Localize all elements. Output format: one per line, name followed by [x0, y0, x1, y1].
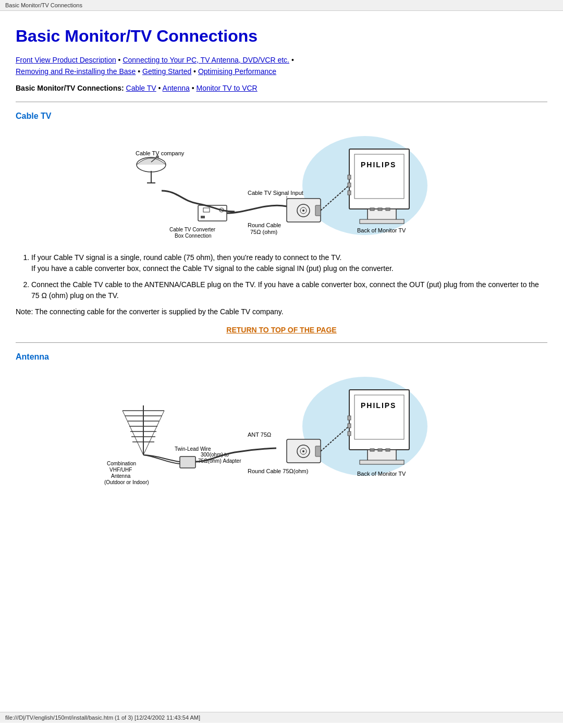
footer-text: file:///D|/TV/english/150mt/install/basi…	[5, 714, 200, 721]
cable-tv-note: Note: The connecting cable for the conve…	[16, 306, 547, 317]
section-nav-antenna[interactable]: Antenna	[163, 84, 190, 92]
footer: file:///D|/TV/english/150mt/install/basi…	[0, 712, 563, 723]
svg-rect-28	[370, 208, 374, 211]
svg-rect-27	[348, 191, 351, 195]
browser-title: Basic Monitor/TV Connections	[5, 2, 82, 8]
svg-rect-26	[348, 183, 351, 187]
svg-text:PHILIPS: PHILIPS	[361, 401, 396, 410]
antenna-diagram: Combination VHF/UHF Antenna (Outdoor or …	[16, 369, 547, 489]
browser-title-bar: Basic Monitor/TV Connections	[0, 0, 563, 11]
svg-text:Round Cable 75Ω(ohm): Round Cable 75Ω(ohm)	[248, 468, 308, 474]
svg-rect-67	[370, 449, 374, 451]
cable-tv-title: Cable TV	[16, 112, 547, 121]
nav-link-removing[interactable]: Removing and Re-installing the Base	[16, 67, 136, 76]
instruction-2: Connect the Cable TV cable to the ANTENN…	[31, 279, 547, 301]
svg-rect-58	[315, 446, 321, 456]
svg-text:Back of  Monitor TV: Back of Monitor TV	[357, 471, 406, 477]
return-link[interactable]: RETURN TO TOP OF THE PAGE	[226, 326, 336, 334]
svg-text:Antenna: Antenna	[111, 473, 131, 479]
antenna-section: Antenna Combinatio	[16, 352, 547, 489]
antenna-svg: Combination VHF/UHF Antenna (Outdoor or …	[94, 369, 469, 489]
nav-link-optimising[interactable]: Optimising Performance	[198, 67, 276, 76]
svg-text:(Outdoor or Indoor): (Outdoor or Indoor)	[104, 479, 149, 485]
svg-rect-16	[315, 205, 321, 216]
svg-rect-29	[378, 208, 382, 211]
cable-tv-section: Cable TV Cable TV c	[16, 112, 547, 334]
svg-rect-68	[378, 449, 382, 451]
svg-text:PHILIPS: PHILIPS	[361, 161, 396, 169]
svg-rect-7	[203, 208, 210, 212]
svg-rect-69	[386, 449, 390, 451]
svg-text:Cable TV Converter: Cable TV Converter	[169, 227, 216, 232]
svg-text:75Ω (ohm): 75Ω (ohm)	[250, 229, 277, 235]
cable-company-label: Cable TV company	[136, 150, 185, 156]
nav-link-getting-started[interactable]: Getting Started	[142, 67, 191, 76]
svg-text:Back of  Monitor TV: Back of Monitor TV	[357, 227, 406, 233]
divider-1	[16, 102, 547, 102]
svg-rect-30	[386, 208, 390, 211]
section-nav-label: Basic Monitor/TV Connections:	[16, 84, 124, 92]
cable-tv-svg: Cable TV company Cable TV Converter Box …	[94, 128, 469, 243]
svg-point-57	[302, 450, 304, 452]
svg-rect-49	[180, 456, 195, 468]
nav-link-front-view[interactable]: Front View Product Description	[16, 56, 116, 64]
divider-2	[16, 342, 547, 343]
svg-text:ANT 75Ω: ANT 75Ω	[248, 431, 271, 438]
main-content: Basic Monitor/TV Connections Front View …	[0, 11, 563, 519]
svg-text:VHF/UHF: VHF/UHF	[109, 467, 132, 473]
cable-tv-instructions: If your Cable TV signal is a single, rou…	[16, 252, 547, 317]
svg-text:Round Cable: Round Cable	[248, 222, 281, 228]
nav-links: Front View Product Description • Connect…	[16, 54, 547, 78]
svg-text:Box Connection: Box Connection	[175, 233, 212, 239]
svg-text:Combination: Combination	[107, 461, 136, 466]
section-nav-vcr[interactable]: Monitor TV to VCR	[196, 84, 257, 92]
svg-line-43	[123, 411, 143, 455]
svg-text:Twin-Lead Wire: Twin-Lead Wire	[175, 446, 211, 452]
return-to-top: RETURN TO TOP OF THE PAGE	[16, 326, 547, 334]
svg-point-15	[302, 209, 304, 212]
section-nav: Basic Monitor/TV Connections: Cable TV •…	[16, 84, 547, 92]
antenna-title: Antenna	[16, 352, 547, 362]
nav-link-connecting[interactable]: Connecting to Your PC, TV Antenna, DVD/V…	[123, 56, 289, 64]
section-nav-cable-tv[interactable]: Cable TV	[126, 84, 156, 92]
svg-rect-24	[360, 219, 404, 224]
svg-rect-64	[348, 416, 351, 420]
svg-rect-63	[360, 460, 404, 464]
svg-line-44	[143, 411, 164, 455]
svg-rect-25	[348, 175, 351, 179]
svg-rect-66	[348, 431, 351, 436]
svg-text:Cable TV Signal Input: Cable TV Signal Input	[248, 190, 303, 196]
page-title: Basic Monitor/TV Connections	[16, 27, 547, 46]
cable-tv-diagram: Cable TV company Cable TV Converter Box …	[16, 128, 547, 243]
svg-rect-65	[348, 424, 351, 428]
svg-rect-9	[201, 216, 205, 218]
instruction-1: If your Cable TV signal is a single, rou…	[31, 252, 547, 274]
